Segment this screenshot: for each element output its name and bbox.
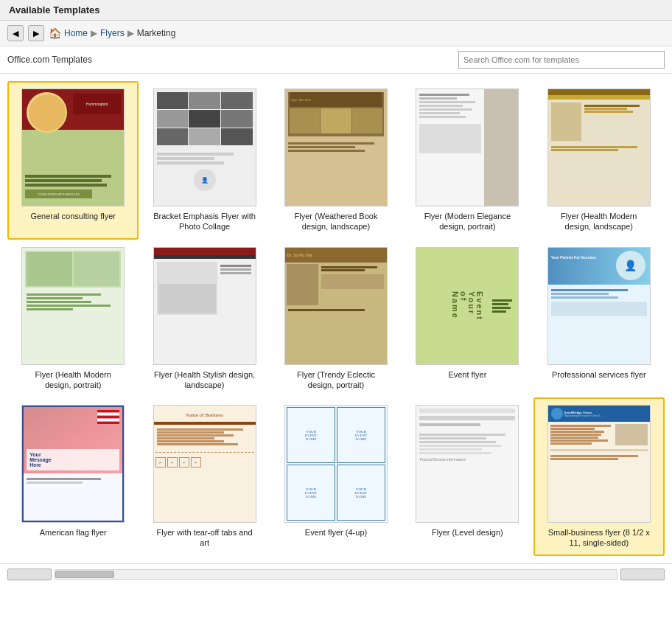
template-label-t4: Flyer (Modern Elegance design, portrait) (416, 211, 519, 232)
template-label-t8: Flyer (Trendy Eclectic design, portrait) (284, 369, 388, 391)
template-thumb-t11: YourMessageHere (21, 405, 125, 523)
template-thumb-t8: Dr. Sp/No Her (284, 247, 388, 365)
search-input[interactable] (458, 51, 665, 69)
toolbar: Office.com Templates (0, 46, 672, 74)
template-item-t5[interactable]: Flyer (Health Modern design, landscape) (533, 81, 665, 240)
breadcrumb: 🏠 Home ▶ Flyers ▶ Marketing (49, 27, 175, 39)
template-thumb-t4 (416, 88, 519, 206)
template-label-t7: Flyer (Health Stylish design, landscape) (153, 369, 256, 391)
template-label-t12: Flyer with tear-off tabs and art (153, 527, 256, 549)
template-thumb-t3: Flyer Title Here (284, 88, 388, 206)
nav-bar: ◀ ▶ 🏠 Home ▶ Flyers ▶ Marketing (0, 21, 672, 46)
template-label-t14: Flyer (Level design) (432, 527, 503, 538)
breadcrumb-sep-1: ▶ (91, 28, 97, 38)
templates-grid: Hummingbird CONSULTING WITH RESULTS Gene… (0, 74, 672, 563)
template-thumb-t12: Name of Business ✂ ✂ ✂ ✂ (153, 405, 256, 523)
template-label-t6: Flyer (Health Modern design, portrait) (21, 369, 125, 391)
home-icon: 🏠 (49, 27, 61, 39)
template-item-t2[interactable]: 👤 Bracket Emphasis Flyer with Photo Coll… (139, 81, 270, 240)
template-item-t11[interactable]: YourMessageHere American flag flyer (7, 397, 139, 556)
template-item-t15[interactable]: SouthBridge VisionRepresenting the Futur… (533, 397, 665, 556)
template-label-t11: American flag flyer (40, 527, 107, 538)
template-item-t14[interactable]: Product/Service information! Flyer (Leve… (402, 397, 533, 556)
template-thumb-t9: NameofYourEvent (416, 247, 519, 365)
template-item-t7[interactable]: Flyer (Health Stylish design, landscape) (139, 240, 270, 398)
breadcrumb-home[interactable]: Home (64, 28, 88, 38)
scroll-thumb[interactable] (55, 571, 114, 578)
forward-button[interactable]: ▶ (28, 25, 44, 41)
template-thumb-t10: 👤 Your Partner For Success (547, 247, 651, 365)
template-thumb-t2: 👤 (153, 88, 256, 206)
template-item-t8[interactable]: Dr. Sp/No Her Flyer (Trendy Eclectic des… (270, 240, 402, 398)
template-thumb-t1: Hummingbird CONSULTING WITH RESULTS (21, 88, 125, 206)
template-item-t12[interactable]: Name of Business ✂ ✂ ✂ ✂ Flyer with tear… (139, 397, 270, 556)
template-label-t5: Flyer (Health Modern design, landscape) (547, 211, 651, 232)
template-label-t1: General consulting flyer (30, 211, 116, 221)
template-thumb-t15: SouthBridge VisionRepresenting the Futur… (547, 405, 651, 523)
template-label-t13: Event flyer (4-up) (305, 527, 367, 538)
horizontal-scrollbar (0, 563, 672, 585)
template-label-t2: Bracket Emphasis Flyer with Photo Collag… (153, 211, 256, 232)
toolbar-label: Office.com Templates (7, 55, 92, 65)
template-label-t9: Event flyer (448, 369, 486, 380)
page-title: Available Templates (0, 0, 672, 21)
scroll-left-btn[interactable] (7, 569, 52, 580)
template-thumb-t13: YOUREVENTNAME YOUREVENTNAME YOUREVENTNAM… (284, 405, 388, 523)
template-thumb-t6 (21, 247, 125, 365)
template-item-t6[interactable]: Flyer (Health Modern design, portrait) (7, 240, 139, 398)
breadcrumb-marketing: Marketing (137, 28, 176, 38)
template-item-t10[interactable]: 👤 Your Partner For Success Professional … (533, 240, 665, 398)
template-thumb-t14: Product/Service information! (416, 405, 519, 523)
template-label-t15: Small-business flyer (8 1/2 x 11, single… (547, 527, 651, 549)
template-item-t4[interactable]: Flyer (Modern Elegance design, portrait) (402, 81, 533, 240)
template-thumb-t7 (153, 247, 256, 365)
breadcrumb-flyers[interactable]: Flyers (100, 28, 125, 38)
template-thumb-t5 (547, 88, 651, 206)
template-item-t9[interactable]: NameofYourEvent Event flyer (402, 240, 533, 398)
breadcrumb-sep-2: ▶ (127, 28, 134, 38)
scroll-right-btn[interactable] (620, 569, 665, 580)
template-label-t10: Professional services flyer (552, 369, 646, 380)
template-item-t1[interactable]: Hummingbird CONSULTING WITH RESULTS Gene… (7, 81, 139, 240)
template-item-t3[interactable]: Flyer Title Here Flyer (Weathered Book d… (270, 81, 402, 240)
template-label-t3: Flyer (Weathered Book design, landscape) (284, 211, 388, 232)
scroll-track (55, 569, 617, 580)
back-button[interactable]: ◀ (7, 25, 24, 41)
template-item-t13[interactable]: YOUREVENTNAME YOUREVENTNAME YOUREVENTNAM… (270, 397, 402, 556)
